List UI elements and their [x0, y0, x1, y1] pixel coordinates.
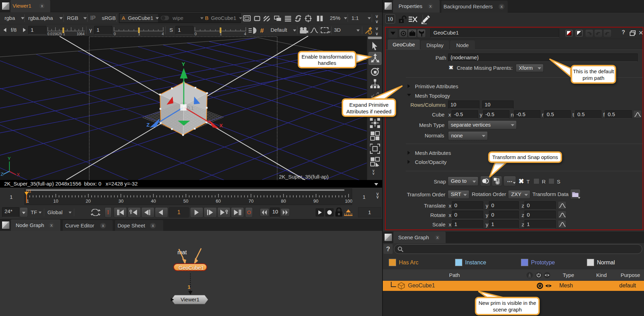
- svg-text:80: 80: [281, 198, 286, 204]
- svg-text:100: 100: [345, 198, 352, 204]
- svg-text:11: 11: [28, 189, 31, 193]
- svg-text:10: 10: [53, 198, 58, 204]
- svg-text:2K_Super_35(full-ap): 2K_Super_35(full-ap): [279, 174, 329, 180]
- svg-text:i: i: [370, 31, 370, 35]
- svg-text:4: 4: [244, 32, 246, 36]
- svg-text:Y: Y: [182, 61, 185, 67]
- svg-text:1: 1: [220, 32, 222, 36]
- svg-text:0.1: 0.1: [187, 105, 194, 111]
- svg-text:X: X: [219, 122, 223, 128]
- svg-text:Z: Z: [146, 122, 150, 128]
- svg-text:70: 70: [249, 198, 253, 204]
- svg-text:0: 0: [195, 32, 197, 36]
- svg-text:Y: Y: [8, 156, 11, 161]
- svg-text:Z: Z: [1, 172, 3, 177]
- svg-text:60: 60: [216, 198, 221, 204]
- svg-text:1064: 1064: [77, 32, 85, 36]
- svg-text:50: 50: [183, 198, 188, 204]
- svg-text:4: 4: [162, 32, 164, 36]
- svg-text:90: 90: [313, 198, 318, 204]
- svg-text:1: 1: [138, 32, 140, 36]
- svg-text:X: X: [17, 172, 20, 177]
- svg-text:30: 30: [119, 198, 123, 204]
- svg-text:0: 0: [114, 32, 116, 36]
- svg-text:40: 40: [151, 198, 156, 204]
- svg-text:20: 20: [86, 198, 91, 204]
- svg-text:#: #: [260, 27, 264, 34]
- svg-text:0.015625: 0.015625: [47, 32, 62, 36]
- svg-text:1: 1: [63, 32, 65, 36]
